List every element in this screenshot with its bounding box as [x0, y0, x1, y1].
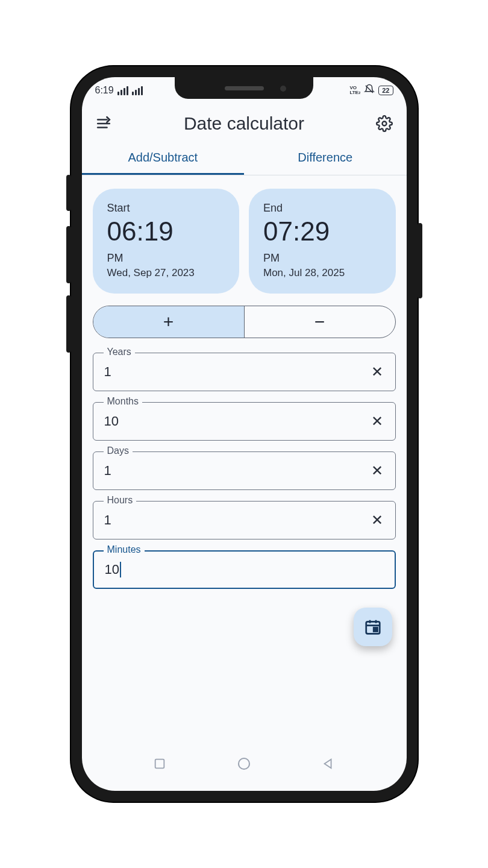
months-label: Months: [104, 396, 142, 407]
phone-side-button: [66, 226, 71, 283]
months-field-wrap: Months 10 ✕: [93, 402, 396, 441]
signal-icon: [132, 86, 143, 95]
tabs: Add/Subtract Difference: [82, 140, 407, 175]
days-field-wrap: Days 1 ✕: [93, 451, 396, 490]
days-label: Days: [104, 445, 133, 456]
menu-icon[interactable]: [95, 115, 112, 132]
years-input[interactable]: 1 ✕: [93, 353, 396, 391]
minutes-field-wrap: Minutes 10: [93, 550, 396, 589]
app-header: Date calculator: [82, 104, 407, 140]
operation-toggle: + −: [93, 306, 396, 338]
clear-icon[interactable]: ✕: [370, 509, 384, 531]
tab-difference[interactable]: Difference: [244, 140, 407, 175]
phone-side-button: [418, 223, 422, 298]
months-input[interactable]: 10 ✕: [93, 402, 396, 441]
hours-input[interactable]: 1 ✕: [93, 501, 396, 539]
end-label: End: [263, 202, 381, 215]
hours-label: Hours: [104, 495, 137, 506]
days-value: 1: [104, 463, 370, 479]
page-title: Date calculator: [184, 113, 304, 134]
years-label: Years: [104, 347, 135, 357]
volte-icon: VOLTE2: [349, 86, 360, 95]
start-label: Start: [107, 202, 225, 215]
phone-side-button: [66, 175, 71, 211]
minutes-label: Minutes: [104, 544, 145, 555]
end-date: Mon, Jul 28, 2025: [263, 267, 381, 279]
svg-rect-9: [155, 760, 164, 769]
settings-icon[interactable]: [376, 115, 393, 132]
status-time: 6:19: [95, 85, 114, 96]
signal-icon: [117, 86, 128, 95]
nav-home-icon[interactable]: [236, 756, 252, 772]
minutes-value: 10: [105, 562, 119, 577]
phone-frame: 6:19 VOLTE2 22 Date calculator: [71, 66, 418, 802]
phone-side-button: [66, 295, 71, 353]
speaker: [225, 86, 264, 90]
start-date: Wed, Sep 27, 2023: [107, 267, 225, 279]
svg-point-3: [383, 122, 387, 126]
front-camera: [280, 86, 286, 92]
minutes-input[interactable]: 10: [93, 550, 396, 589]
years-value: 1: [104, 364, 370, 380]
battery-icon: 22: [378, 86, 393, 95]
mute-icon: [364, 84, 375, 97]
end-time: 07:29: [263, 218, 381, 245]
notch: [175, 77, 313, 99]
start-card[interactable]: Start 06:19 PM Wed, Sep 27, 2023: [93, 189, 240, 294]
minus-button[interactable]: −: [245, 306, 395, 338]
svg-marker-11: [324, 760, 331, 769]
screen: 6:19 VOLTE2 22 Date calculator: [82, 77, 407, 791]
hours-field-wrap: Hours 1 ✕: [93, 501, 396, 539]
clear-icon[interactable]: ✕: [370, 410, 384, 432]
clear-icon[interactable]: ✕: [370, 460, 384, 482]
end-ampm: PM: [263, 252, 381, 265]
start-time: 06:19: [107, 218, 225, 245]
nav-recent-icon[interactable]: [152, 756, 167, 772]
text-cursor: [120, 562, 121, 577]
clear-icon[interactable]: ✕: [370, 361, 384, 383]
start-ampm: PM: [107, 252, 225, 265]
svg-rect-8: [374, 627, 377, 631]
calendar-icon: [364, 618, 382, 636]
datetime-cards: Start 06:19 PM Wed, Sep 27, 2023 End 07:…: [93, 189, 396, 294]
tab-add-subtract[interactable]: Add/Subtract: [82, 140, 245, 175]
svg-point-10: [239, 758, 249, 769]
android-nav-bar: [82, 744, 407, 784]
hours-value: 1: [104, 512, 370, 528]
plus-button[interactable]: +: [93, 306, 245, 338]
content: Start 06:19 PM Wed, Sep 27, 2023 End 07:…: [82, 175, 407, 744]
end-card[interactable]: End 07:29 PM Mon, Jul 28, 2025: [249, 189, 396, 294]
calendar-fab[interactable]: [354, 608, 392, 646]
years-field-wrap: Years 1 ✕: [93, 353, 396, 391]
months-value: 10: [104, 414, 370, 429]
days-input[interactable]: 1 ✕: [93, 451, 396, 490]
nav-back-icon[interactable]: [321, 756, 336, 772]
